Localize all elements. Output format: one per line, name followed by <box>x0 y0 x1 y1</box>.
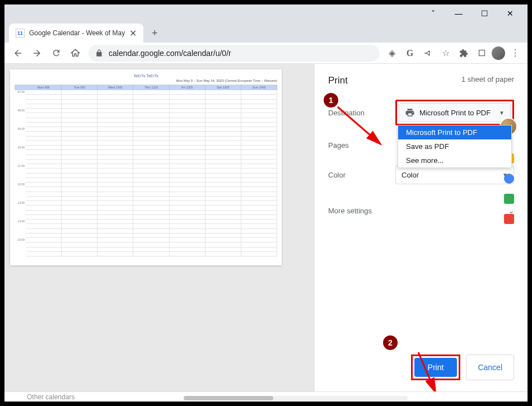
arrow-left-icon <box>13 48 23 58</box>
print-header: Print 1 sheet of paper <box>328 75 514 86</box>
day-header: Sat 13/5 <box>206 85 241 90</box>
printer-icon <box>405 108 415 118</box>
chevron-down-icon: ▼ <box>499 110 505 116</box>
calendar-subtitle: Mon May 9 – Sun May 14, 2023 (Central Eu… <box>15 79 277 82</box>
url-text: calendar.google.com/calendar/u/0/r <box>109 49 231 58</box>
calendar-body: 07:00 08:00 09:00 10:00 11:00 12:00 13:0… <box>15 90 277 256</box>
profile-avatar[interactable] <box>492 46 505 60</box>
share-icon[interactable] <box>420 45 436 61</box>
toolbar-right: ◈ G ☆ ⋮ <box>384 45 523 61</box>
forward-button[interactable] <box>28 44 46 62</box>
annotation-arrow-2 <box>413 349 446 391</box>
calendar-favicon-icon: 11 <box>16 29 25 38</box>
bottom-strip: Other calendars <box>4 391 528 402</box>
svg-line-4 <box>418 352 435 391</box>
more-settings-label: More settings <box>328 207 372 215</box>
extensions-icon[interactable] <box>456 45 472 61</box>
more-settings-toggle[interactable]: More settings ⌄ <box>328 207 514 215</box>
reload-icon <box>52 48 61 58</box>
browser-window: ˅ — ☐ ✕ 11 Google Calendar - Week of May… <box>4 4 528 402</box>
other-calendars-label: Other calendars <box>27 393 74 401</box>
lock-icon <box>95 49 103 57</box>
day-header: Fri 12/5 <box>170 85 206 90</box>
print-preview-pane: TeErTs TeErTs Mon May 9 – Sun May 14, 20… <box>4 64 315 391</box>
color-row: Color Color ▼ <box>328 165 514 184</box>
menu-icon[interactable]: ⋮ <box>507 45 523 61</box>
bookmark-icon[interactable]: ☆ <box>438 45 454 61</box>
tab-title: Google Calendar - Week of May <box>29 29 125 37</box>
annotation-badge-1: 1 <box>324 93 338 108</box>
calendar-title: TeErTs TeErTs <box>15 74 277 78</box>
diamond-icon[interactable]: ◈ <box>384 45 400 61</box>
new-tab-button[interactable]: + <box>147 25 162 41</box>
day-header: Sun 14/5 <box>241 85 277 90</box>
sheet-count: 1 sheet of paper <box>461 75 514 86</box>
tab-google-calendar[interactable]: 11 Google Calendar - Week of May ✕ <box>9 24 143 43</box>
color-label: Color <box>328 171 395 179</box>
day-header: Tue 9/5 <box>62 85 97 90</box>
google-icon[interactable]: G <box>402 45 418 61</box>
browser-toolbar: calendar.google.com/calendar/u/0/r ◈ G ☆… <box>4 43 528 64</box>
day-header: Mon 8/8 <box>26 85 62 90</box>
reload-button[interactable] <box>47 44 65 62</box>
window-maximize[interactable]: ☐ <box>472 5 497 22</box>
svg-rect-0 <box>479 50 484 56</box>
dropdown-option-ms-print-pdf[interactable]: Microsoft Print to PDF <box>398 125 511 139</box>
back-button[interactable] <box>9 44 27 62</box>
print-dialog-content: TeErTs TeErTs Mon May 9 – Sun May 14, 20… <box>4 64 528 391</box>
destination-dropdown[interactable]: Microsoft Print to PDF ▼ Microsoft Print… <box>399 103 511 122</box>
destination-value: Microsoft Print to PDF <box>419 109 491 117</box>
contacts-icon <box>504 194 514 204</box>
preview-page: TeErTs TeErTs Mon May 9 – Sun May 14, 20… <box>10 69 282 265</box>
color-value: Color <box>402 171 419 179</box>
color-dropdown[interactable]: Color ▼ <box>395 165 514 184</box>
address-bar[interactable]: calendar.google.com/calendar/u/0/r <box>88 45 380 62</box>
arrow-right-icon <box>32 48 42 58</box>
account-icon[interactable] <box>474 45 489 61</box>
calendar-header-row: Mon 8/8 Tue 9/5 Wed 10/5 Thu 11/5 Fri 12… <box>15 85 277 90</box>
home-button[interactable] <box>66 44 84 62</box>
window-dropdown[interactable]: ˅ <box>420 5 446 22</box>
maps-icon <box>504 214 514 224</box>
day-header: Thu 11/5 <box>133 85 169 90</box>
tasks-icon <box>504 174 514 184</box>
annotation-arrow-1 <box>335 104 391 155</box>
home-icon <box>71 48 80 58</box>
tab-bar: 11 Google Calendar - Week of May ✕ + <box>4 22 528 43</box>
print-dialog-title: Print <box>328 75 348 86</box>
tab-close-icon[interactable]: ✕ <box>129 28 137 39</box>
window-minimize[interactable]: — <box>446 5 472 22</box>
annotation-highlight-1: Microsoft Print to PDF ▼ Microsoft Print… <box>395 100 514 125</box>
window-close[interactable]: ✕ <box>497 5 523 22</box>
destination-dropdown-menu: Microsoft Print to PDF Save as PDF See m… <box>398 125 512 168</box>
dropdown-option-save-as-pdf[interactable]: Save as PDF <box>398 139 511 153</box>
annotation-badge-2: 2 <box>383 335 398 350</box>
scrollbar-thumb[interactable] <box>184 396 273 400</box>
dropdown-option-see-more[interactable]: See more... <box>398 153 511 167</box>
horizontal-scrollbar[interactable] <box>184 396 408 400</box>
day-header: Wed 10/5 <box>97 85 133 90</box>
cancel-button[interactable]: Cancel <box>466 354 514 380</box>
svg-line-2 <box>338 107 380 143</box>
window-titlebar: ˅ — ☐ ✕ <box>4 4 528 22</box>
